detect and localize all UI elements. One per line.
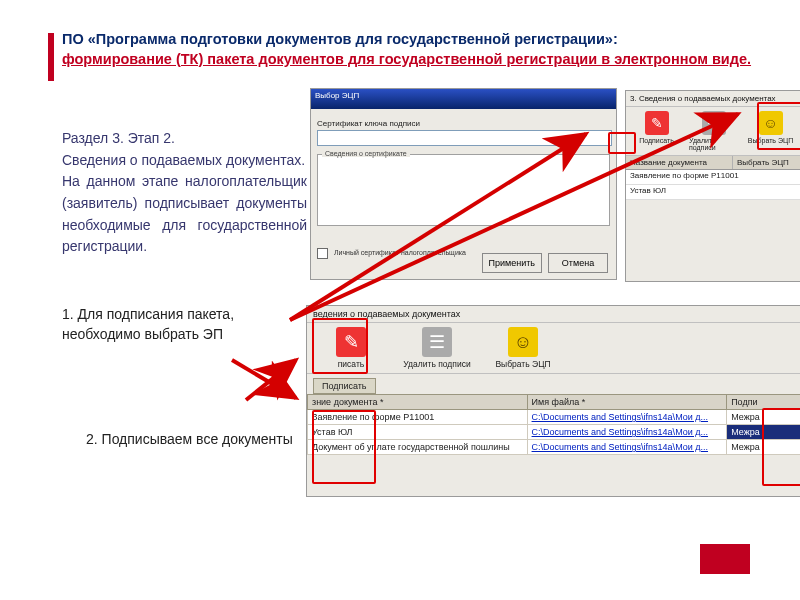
- table-header-row: зние документа * Имя файла * Подпи: [308, 395, 801, 410]
- instruction-2-text: 2. Подписываем все документы: [86, 431, 293, 447]
- table-row[interactable]: Заявление по форме Р11001 C:\Documents a…: [308, 410, 801, 425]
- cell-file[interactable]: C:\Documents and Settings\ifns14a\Мои д.…: [527, 425, 727, 440]
- section-heading: Раздел 3. Этап 2.: [62, 128, 307, 150]
- delete-icon: ☰: [702, 111, 726, 135]
- th-doc-name: зние документа *: [308, 395, 528, 410]
- th-file-name: Имя файла *: [527, 395, 727, 410]
- highlight-box-sign-column: [762, 408, 800, 486]
- fieldset-label: Сведения о сертификате: [322, 150, 410, 157]
- table-row[interactable]: Устав ЮЛ C:\Documents and Settings\ifns1…: [308, 425, 801, 440]
- title-block: ПО «Программа подготовки документов для …: [62, 30, 782, 69]
- panel3-header: ведения о подаваемых документах: [307, 306, 800, 323]
- highlight-box-table-rows: [312, 410, 376, 484]
- delete-label: Удалить подписи: [689, 137, 738, 151]
- title-line2: формирование (ТК) пакета документов для …: [62, 51, 751, 67]
- footer-red-accent: [700, 544, 750, 574]
- title-line1: ПО «Программа подготовки документов для …: [62, 31, 618, 47]
- dialog-select-signature: Выбор ЭЦП Сертификат ключа подписи Сведе…: [310, 88, 617, 280]
- slide: ПО «Программа подготовки документов для …: [20, 10, 780, 590]
- sign-button-small[interactable]: ✎ Подписать: [632, 111, 681, 151]
- delete-icon: ☰: [422, 327, 452, 357]
- instruction-1-text: Для подписания пакета, необходимо выбрат…: [62, 306, 234, 342]
- delete-label: Удалить подписи: [403, 359, 470, 369]
- cert-info-fieldset: Сведения о сертификате: [317, 154, 610, 226]
- instruction-2: 2. Подписываем все документы: [86, 430, 316, 450]
- sign-label: Подписать: [639, 137, 674, 144]
- highlight-box-choose-ecp-small: [757, 102, 800, 150]
- documents-table: зние документа * Имя файла * Подпи Заявл…: [307, 394, 800, 455]
- panel2-col1: Название документа: [626, 156, 733, 169]
- instruction-1: 1. Для подписания пакета, необходимо выб…: [62, 305, 312, 344]
- cert-dropdown[interactable]: [317, 130, 612, 146]
- cert-label: Сертификат ключа подписи: [317, 119, 610, 128]
- cell-file[interactable]: C:\Documents and Settings\ifns14a\Мои д.…: [527, 410, 727, 425]
- dialog-titlebar: Выбор ЭЦП: [311, 89, 616, 109]
- panel2-row1-text: Заявление по форме Р11001: [626, 170, 800, 184]
- panel-documents-large: ведения о подаваемых документах ✎ писать…: [306, 305, 800, 497]
- section-text: Раздел 3. Этап 2. Сведения о подаваемых …: [62, 128, 307, 258]
- choose-signature-button[interactable]: ☺ Выбрать ЭЦП: [487, 327, 559, 369]
- highlight-box-dropdown: [608, 132, 636, 154]
- personal-cert-label: Личный сертификат налогоплательщика: [334, 249, 466, 256]
- choose-icon: ☺: [508, 327, 538, 357]
- delete-signatures-button[interactable]: ☰ Удалить подписи: [401, 327, 473, 369]
- panel2-row[interactable]: Устав ЮЛ: [626, 185, 800, 200]
- choose-label: Выбрать ЭЦП: [495, 359, 550, 369]
- panel2-table-header: Название документа Выбрать ЭЦП: [626, 156, 800, 170]
- cancel-button[interactable]: Отмена: [548, 253, 608, 273]
- panel2-row2-text: Устав ЮЛ: [626, 185, 800, 199]
- panel2-col2: Выбрать ЭЦП: [733, 156, 800, 169]
- table-row[interactable]: Документ об уплате государственной пошли…: [308, 440, 801, 455]
- delete-signatures-button-small[interactable]: ☰ Удалить подписи: [689, 111, 738, 151]
- instruction-1-num: 1.: [62, 306, 74, 322]
- apply-button[interactable]: Применить: [482, 253, 542, 273]
- title-accent-bar: [48, 33, 54, 81]
- sign-filter-button[interactable]: Подписать: [313, 378, 376, 394]
- panel2-row[interactable]: Заявление по форме Р11001: [626, 170, 800, 185]
- dialog-title: Выбор ЭЦП: [315, 91, 359, 100]
- cell-file[interactable]: C:\Documents and Settings\ifns14a\Мои д.…: [527, 440, 727, 455]
- personal-cert-checkbox[interactable]: [317, 248, 328, 259]
- sign-icon: ✎: [645, 111, 669, 135]
- section-line: Сведения о подаваемых документах.: [62, 150, 307, 172]
- section-body: На данном этапе налогоплательщик (заявит…: [62, 171, 307, 258]
- highlight-box-sign-button: [312, 318, 368, 374]
